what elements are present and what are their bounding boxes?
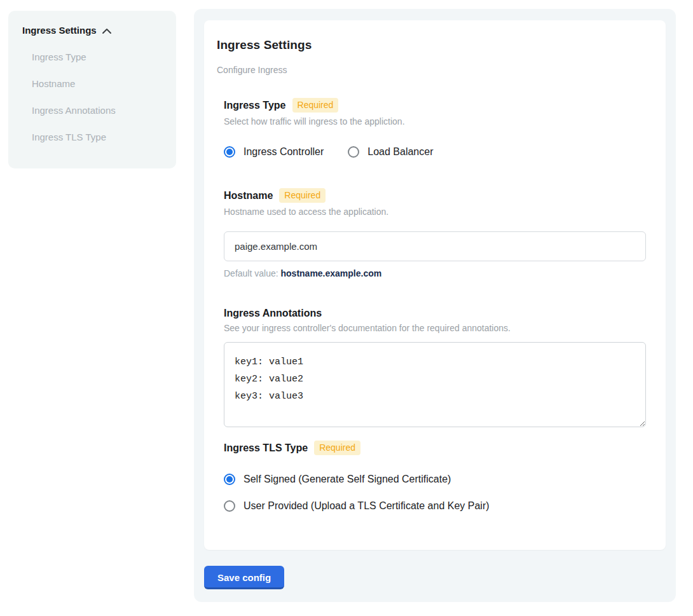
radio-label: Self Signed (Generate Self Signed Certif… (244, 474, 451, 485)
section-ingress-tls-type: Ingress TLS Type Required Self Signed (G… (224, 441, 653, 512)
chevron-up-icon (102, 27, 112, 34)
ingress-tls-radio-group: Self Signed (Generate Self Signed Certif… (224, 474, 653, 512)
ingress-type-label: Ingress Type (224, 100, 286, 111)
radio-button-icon[interactable] (224, 500, 235, 512)
hostname-input[interactable] (224, 231, 646, 261)
ingress-tls-type-label: Ingress TLS Type (224, 442, 308, 454)
page-subtitle: Configure Ingress (217, 65, 653, 75)
sidebar-item-hostname[interactable]: Hostname (32, 78, 163, 89)
hostname-label: Hostname (224, 190, 273, 202)
section-ingress-type: Ingress Type Required Select how traffic… (224, 98, 653, 158)
required-badge: Required (292, 98, 339, 113)
page-title: Ingress Settings (217, 38, 653, 52)
sidebar-item-ingress-type[interactable]: Ingress Type (32, 51, 163, 62)
ingress-annotations-description: See your ingress controller's documentat… (224, 323, 653, 333)
radio-label: Ingress Controller (244, 146, 324, 158)
radio-ingress-controller[interactable]: Ingress Controller (224, 146, 324, 158)
radio-button-icon[interactable] (224, 146, 235, 158)
radio-user-provided[interactable]: User Provided (Upload a TLS Certificate … (224, 500, 653, 512)
radio-button-icon[interactable] (348, 146, 359, 158)
radio-button-icon[interactable] (224, 474, 235, 485)
ingress-type-description: Select how traffic will ingress to the a… (224, 116, 653, 127)
default-value-text: hostname.example.com (281, 268, 382, 278)
sidebar-item-list: Ingress Type Hostname Ingress Annotation… (32, 51, 163, 142)
sidebar-item-ingress-tls-type[interactable]: Ingress TLS Type (32, 132, 163, 142)
sidebar-group-ingress-settings[interactable]: Ingress Settings (22, 25, 163, 36)
section-ingress-annotations: Ingress Annotations See your ingress con… (224, 308, 653, 427)
page: Ingress Settings Ingress Type Hostname I… (0, 0, 693, 602)
ingress-type-radio-group: Ingress Controller Load Balancer (224, 146, 653, 158)
settings-nav-sidebar: Ingress Settings Ingress Type Hostname I… (8, 11, 176, 168)
sidebar-group-label: Ingress Settings (22, 25, 97, 36)
radio-self-signed[interactable]: Self Signed (Generate Self Signed Certif… (224, 474, 653, 485)
section-hostname: Hostname Required Hostname used to acces… (224, 188, 653, 278)
required-badge: Required (279, 188, 326, 203)
default-value-prefix: Default value: (224, 268, 281, 278)
hostname-default-value: Default value: hostname.example.com (224, 268, 653, 278)
ingress-settings-card: Ingress Settings Configure Ingress Ingre… (204, 20, 666, 550)
sidebar-item-ingress-annotations[interactable]: Ingress Annotations (32, 105, 163, 116)
save-config-button[interactable]: Save config (204, 566, 284, 589)
ingress-annotations-label: Ingress Annotations (224, 308, 322, 319)
settings-panel: Ingress Settings Configure Ingress Ingre… (194, 9, 676, 602)
ingress-annotations-textarea[interactable]: key1: value1 key2: value2 key3: value3 (224, 342, 646, 427)
required-badge: Required (314, 441, 360, 455)
radio-load-balancer[interactable]: Load Balancer (348, 146, 433, 158)
radio-label: User Provided (Upload a TLS Certificate … (244, 500, 490, 512)
radio-label: Load Balancer (367, 146, 433, 158)
hostname-description: Hostname used to access the application. (224, 207, 653, 217)
